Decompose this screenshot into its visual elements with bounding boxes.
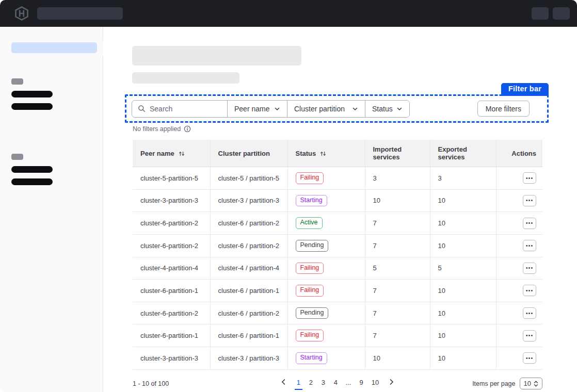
cell-peer-name: cluster-3-partition-3 bbox=[133, 189, 210, 212]
cell-peer-name: cluster-6-partition-1 bbox=[133, 280, 210, 302]
page-number-3[interactable]: 3 bbox=[319, 378, 327, 390]
filter-dropdown-status[interactable]: Status bbox=[365, 101, 409, 117]
row-actions-button[interactable]: ••• bbox=[523, 195, 536, 206]
previous-page-button[interactable] bbox=[277, 379, 290, 388]
cell-exported-services: 10 bbox=[430, 189, 496, 212]
search-icon bbox=[138, 105, 146, 112]
app-window: Filter bar Peer name bbox=[0, 0, 577, 392]
topbar-search-skeleton bbox=[37, 7, 123, 20]
main-content: Filter bar Peer name bbox=[103, 27, 577, 392]
cell-cluster-partition: cluster-4 / partition-4 bbox=[210, 257, 287, 280]
peers-table: Peer nameCluster partitionStatusImported… bbox=[133, 140, 542, 370]
sidebar-item-skeleton bbox=[11, 103, 53, 110]
row-actions-button[interactable]: ••• bbox=[523, 218, 536, 229]
filter-dropdown-cluster-partition[interactable]: Cluster partition bbox=[287, 101, 365, 117]
chevron-down-icon bbox=[274, 106, 280, 112]
page-number-2[interactable]: 2 bbox=[307, 378, 315, 390]
filters-status-row: No filters applied bbox=[133, 125, 577, 133]
status-badge: Active bbox=[296, 217, 323, 229]
row-actions-button[interactable]: ••• bbox=[523, 285, 536, 296]
page-number-1[interactable]: 1 bbox=[295, 378, 302, 390]
cell-cluster-partition: cluster-6 / partition-1 bbox=[210, 324, 287, 347]
filter-dropdown-peer-name[interactable]: Peer name bbox=[227, 101, 287, 117]
cell-actions: ••• bbox=[496, 212, 542, 235]
column-header-status[interactable]: Status bbox=[287, 140, 365, 167]
row-actions-button[interactable]: ••• bbox=[523, 263, 536, 274]
sidebar-active-item-skeleton bbox=[11, 42, 97, 53]
items-per-page-select[interactable]: 10 bbox=[520, 378, 542, 389]
cell-exported-services: 10 bbox=[430, 347, 496, 370]
row-actions-button[interactable]: ••• bbox=[523, 352, 536, 364]
cell-status: Active bbox=[287, 212, 365, 235]
column-header-cluster-partition: Cluster partition bbox=[210, 140, 287, 167]
next-page-button[interactable] bbox=[385, 379, 398, 388]
cell-cluster-partition: cluster-3 / partition-3 bbox=[210, 189, 287, 212]
page-title-skeleton bbox=[132, 46, 301, 66]
page-number-9[interactable]: 9 bbox=[358, 378, 365, 390]
cell-cluster-partition: cluster-6 / partition-2 bbox=[210, 212, 287, 235]
cell-status: Pending bbox=[287, 302, 365, 324]
cell-status: Pending bbox=[287, 234, 365, 257]
topbar-action-skeleton-1 bbox=[532, 7, 549, 20]
top-navigation-bar bbox=[0, 0, 577, 27]
table-row: cluster-6-partition-1cluster-6 / partiti… bbox=[133, 280, 542, 302]
cell-status: Starting bbox=[287, 189, 365, 212]
search-field[interactable] bbox=[132, 101, 227, 117]
table-row: cluster-6-partition-2cluster-6 / partiti… bbox=[133, 212, 542, 235]
search-input[interactable] bbox=[150, 105, 217, 113]
cell-exported-services: 5 bbox=[430, 257, 496, 280]
info-icon[interactable] bbox=[184, 125, 191, 133]
table-row: cluster-5-partition-5cluster-5 / partiti… bbox=[133, 167, 542, 190]
results-range-text: 1 - 10 of 100 bbox=[133, 380, 236, 387]
cell-cluster-partition: cluster-6 / partition-2 bbox=[210, 234, 287, 257]
cell-imported-services: 10 bbox=[365, 189, 430, 212]
cell-peer-name: cluster-5-partition-5 bbox=[133, 167, 210, 190]
row-actions-button[interactable]: ••• bbox=[523, 330, 536, 341]
cell-peer-name: cluster-6-partition-2 bbox=[133, 212, 210, 235]
cell-actions: ••• bbox=[496, 324, 542, 347]
sidebar-section-label-skeleton bbox=[11, 154, 23, 160]
cell-actions: ••• bbox=[496, 167, 542, 190]
page-number-4[interactable]: 4 bbox=[332, 378, 340, 390]
page-ellipsis: ... bbox=[344, 378, 353, 390]
row-actions-button[interactable]: ••• bbox=[523, 172, 536, 184]
column-header-exported-services: Exported services bbox=[430, 140, 496, 167]
cell-peer-name: cluster-4-partition-4 bbox=[133, 257, 210, 280]
table-header: Peer nameCluster partitionStatusImported… bbox=[133, 140, 542, 167]
topbar-action-skeleton-2 bbox=[553, 7, 570, 20]
cell-status: Failing bbox=[287, 167, 365, 190]
status-badge: Starting bbox=[296, 352, 327, 364]
filter-group: Peer name Cluster partition Status bbox=[132, 100, 410, 118]
cell-cluster-partition: cluster-3 / partition-3 bbox=[210, 347, 287, 370]
table-row: cluster-3-partition-3cluster-3 / partiti… bbox=[133, 189, 542, 212]
cell-imported-services: 3 bbox=[365, 167, 430, 190]
cell-exported-services: 10 bbox=[430, 302, 496, 324]
select-caret-icon bbox=[534, 381, 538, 387]
more-filters-button[interactable]: More filters bbox=[477, 101, 530, 117]
cell-status: Failing bbox=[287, 257, 365, 280]
status-badge: Failing bbox=[296, 330, 324, 341]
column-header-actions: Actions bbox=[496, 140, 542, 167]
cell-cluster-partition: cluster-6 / partition-2 bbox=[210, 302, 287, 324]
dropdown-label: Peer name bbox=[234, 105, 269, 113]
chevron-down-icon bbox=[396, 106, 403, 112]
status-badge: Pending bbox=[296, 240, 329, 252]
cell-imported-services: 7 bbox=[365, 234, 430, 257]
cell-peer-name: cluster-6-partition-1 bbox=[133, 324, 210, 347]
row-actions-button[interactable]: ••• bbox=[523, 307, 536, 319]
cell-imported-services: 7 bbox=[365, 324, 430, 347]
page-number-10[interactable]: 10 bbox=[370, 378, 380, 390]
cell-imported-services: 7 bbox=[365, 302, 430, 324]
table-row: cluster-6-partition-1cluster-6 / partiti… bbox=[133, 324, 542, 347]
column-header-peer-name[interactable]: Peer name bbox=[133, 140, 210, 167]
hashicorp-logo-icon bbox=[14, 6, 29, 21]
cell-actions: ••• bbox=[496, 234, 542, 257]
table-footer: 1 - 10 of 100 1234...910 Items per page … bbox=[133, 378, 542, 390]
cell-actions: ••• bbox=[496, 302, 542, 324]
chevron-down-icon bbox=[352, 106, 358, 112]
cell-status: Failing bbox=[287, 324, 365, 347]
row-actions-button[interactable]: ••• bbox=[523, 240, 536, 251]
status-badge: Failing bbox=[296, 172, 324, 184]
cell-cluster-partition: cluster-6 / partition-1 bbox=[210, 280, 287, 302]
sidebar-item-skeleton bbox=[11, 178, 53, 185]
